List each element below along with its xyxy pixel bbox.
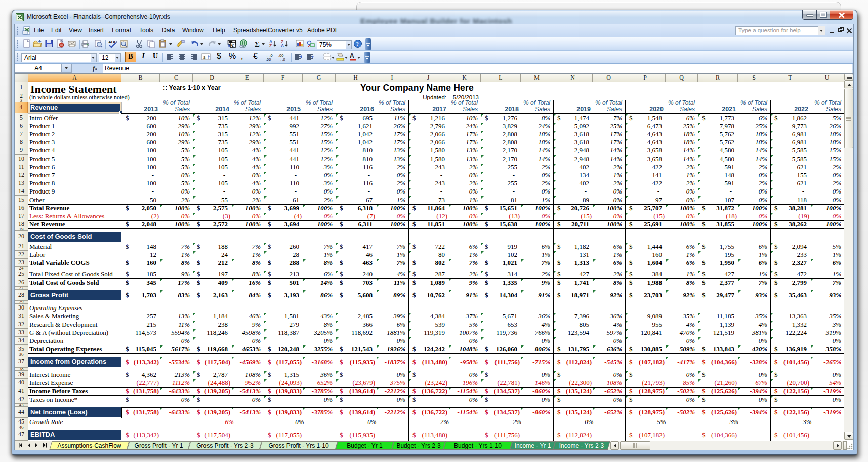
svg-text:?: ?	[356, 41, 359, 47]
svg-text:→.0: →.0	[278, 57, 285, 62]
svg-text:Z: Z	[269, 43, 272, 48]
svg-text:A: A	[350, 52, 354, 59]
svg-text:A: A	[281, 43, 284, 48]
svg-text:a: a	[203, 54, 206, 60]
svg-text:Σ: Σ	[255, 40, 260, 48]
svg-text:€: €	[231, 43, 234, 48]
svg-text:.00: .00	[266, 57, 271, 62]
